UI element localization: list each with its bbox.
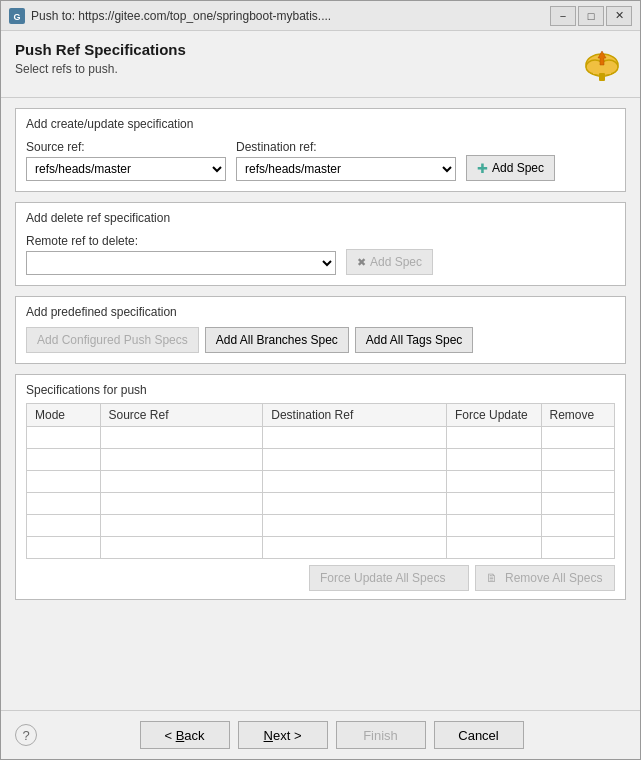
- back-button[interactable]: < Back: [140, 721, 230, 749]
- main-window: G Push to: https://gitee.com/top_one/spr…: [0, 0, 641, 760]
- close-button[interactable]: ✕: [606, 6, 632, 26]
- remove-icon: 🗎: [486, 571, 498, 585]
- col-src-header: Source Ref: [100, 404, 263, 427]
- footer: ? < Back Next > Finish Cancel: [1, 710, 640, 759]
- create-update-label: Add create/update specification: [26, 117, 615, 131]
- specs-table-body: [27, 427, 615, 559]
- app-icon: G: [9, 8, 25, 24]
- table-action-row: Force Update All Specs 🗎 Remove All Spec…: [26, 565, 615, 591]
- force-update-label: Force Update All Specs: [320, 571, 445, 585]
- delete-ref-label: Add delete ref specification: [26, 211, 615, 225]
- all-branches-btn-label: Add All Branches Spec: [216, 333, 338, 347]
- title-bar-text: Push to: https://gitee.com/top_one/sprin…: [31, 9, 550, 23]
- source-ref-group: Source ref: refs/heads/master: [26, 140, 226, 181]
- next-label: Next >: [264, 728, 302, 743]
- remote-ref-label: Remote ref to delete:: [26, 234, 336, 248]
- header-area: Push Ref Specifications Select refs to p…: [1, 31, 640, 98]
- add-all-tags-spec-button[interactable]: Add All Tags Spec: [355, 327, 474, 353]
- table-row: [27, 537, 615, 559]
- col-dest-header: Destination Ref: [263, 404, 447, 427]
- cloud-svg: [580, 43, 624, 87]
- header-text: Push Ref Specifications Select refs to p…: [15, 41, 568, 76]
- create-update-section: Add create/update specification Source r…: [15, 108, 626, 192]
- remote-ref-select[interactable]: [26, 251, 336, 275]
- help-button[interactable]: ?: [15, 724, 37, 746]
- col-force-header: Force Update: [447, 404, 542, 427]
- table-row: [27, 449, 615, 471]
- page-title: Push Ref Specifications: [15, 41, 568, 58]
- delete-ref-form-row: Remote ref to delete: Add Spec: [26, 233, 615, 275]
- add-icon: [477, 161, 488, 176]
- add-delete-spec-button[interactable]: Add Spec: [346, 249, 433, 275]
- add-configured-push-specs-button[interactable]: Add Configured Push Specs: [26, 327, 199, 353]
- col-remove-header: Remove: [541, 404, 615, 427]
- cloud-icon: [578, 41, 626, 89]
- svg-rect-7: [599, 73, 605, 81]
- add-delete-spec-label: Add Spec: [370, 255, 422, 269]
- predefined-buttons-row: Add Configured Push Specs Add All Branch…: [26, 327, 615, 353]
- footer-buttons: < Back Next > Finish Cancel: [37, 721, 626, 749]
- page-subtitle: Select refs to push.: [15, 62, 568, 76]
- remove-all-label: Remove All Specs: [505, 571, 602, 585]
- title-bar: G Push to: https://gitee.com/top_one/spr…: [1, 1, 640, 31]
- source-ref-label: Source ref:: [26, 140, 226, 154]
- svg-text:G: G: [13, 12, 20, 22]
- add-create-spec-button[interactable]: Add Spec: [466, 155, 555, 181]
- table-row: [27, 427, 615, 449]
- specs-table-head: Mode Source Ref Destination Ref Force Up…: [27, 404, 615, 427]
- dest-ref-select[interactable]: refs/heads/master: [236, 157, 456, 181]
- table-row: [27, 471, 615, 493]
- specs-table-header-row: Mode Source Ref Destination Ref Force Up…: [27, 404, 615, 427]
- window-content: Push Ref Specifications Select refs to p…: [1, 31, 640, 759]
- table-row: [27, 493, 615, 515]
- title-bar-controls: − □ ✕: [550, 6, 632, 26]
- dest-ref-label: Destination ref:: [236, 140, 456, 154]
- specs-table: Mode Source Ref Destination Ref Force Up…: [26, 403, 615, 559]
- dest-ref-group: Destination ref: refs/heads/master: [236, 140, 456, 181]
- predefined-label: Add predefined specification: [26, 305, 615, 319]
- force-update-all-specs-button[interactable]: Force Update All Specs: [309, 565, 469, 591]
- minimize-button[interactable]: −: [550, 6, 576, 26]
- finish-button[interactable]: Finish: [336, 721, 426, 749]
- x-icon: [357, 255, 366, 269]
- specs-table-area: Specifications for push Mode Source Ref …: [15, 374, 626, 600]
- remove-all-specs-button[interactable]: 🗎 Remove All Specs: [475, 565, 615, 591]
- all-tags-btn-label: Add All Tags Spec: [366, 333, 463, 347]
- main-body: Add create/update specification Source r…: [1, 98, 640, 710]
- back-label: < Back: [164, 728, 204, 743]
- source-ref-select[interactable]: refs/heads/master: [26, 157, 226, 181]
- specs-table-label: Specifications for push: [26, 383, 615, 397]
- add-create-spec-label: Add Spec: [492, 161, 544, 175]
- delete-ref-section: Add delete ref specification Remote ref …: [15, 202, 626, 286]
- add-all-branches-spec-button[interactable]: Add All Branches Spec: [205, 327, 349, 353]
- configured-btn-label: Add Configured Push Specs: [37, 333, 188, 347]
- cancel-button[interactable]: Cancel: [434, 721, 524, 749]
- predefined-section: Add predefined specification Add Configu…: [15, 296, 626, 364]
- create-update-form-row: Source ref: refs/heads/master Destinatio…: [26, 139, 615, 181]
- finish-label: Finish: [363, 728, 398, 743]
- next-button[interactable]: Next >: [238, 721, 328, 749]
- maximize-button[interactable]: □: [578, 6, 604, 26]
- col-mode-header: Mode: [27, 404, 101, 427]
- table-row: [27, 515, 615, 537]
- svg-rect-5: [593, 65, 611, 74]
- remote-ref-group: Remote ref to delete:: [26, 234, 336, 275]
